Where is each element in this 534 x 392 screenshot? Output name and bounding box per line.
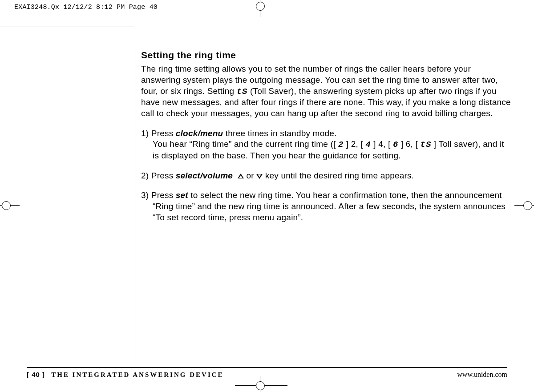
step-1: 1) Press clock/menu three times in stand…	[141, 128, 512, 162]
key-clock-menu: clock/menu	[176, 129, 223, 138]
print-header-slug: EXAI3248.Qx 12/12/2 8:12 PM Page 40	[14, 4, 158, 11]
content-left-rule	[135, 47, 135, 367]
section-title: Setting the ring time	[141, 49, 512, 61]
registration-mark-right	[522, 200, 533, 211]
key-select-volume: select/volume	[176, 171, 233, 180]
digit-6-glyph: 6	[393, 140, 398, 150]
registration-mark-top	[255, 1, 266, 12]
volume-up-icon	[238, 174, 244, 179]
key-set: set	[176, 190, 188, 200]
crop-line	[0, 27, 134, 27]
toll-saver-glyph: tS	[237, 87, 248, 97]
ts-glyph: tS	[421, 140, 432, 150]
intro-paragraph: The ring time setting allows you to set …	[141, 64, 512, 119]
digit-4-glyph: 4	[365, 140, 371, 150]
footer-section-title: THE INTEGRATED ANSWERING DEVICE	[51, 371, 223, 378]
digit-2-glyph: 2	[338, 140, 344, 150]
footer-url: www.uniden.com	[457, 371, 507, 379]
volume-down-icon	[256, 174, 263, 179]
page-number: [ 40 ]	[27, 371, 45, 378]
page-footer: [ 40 ] THE INTEGRATED ANSWERING DEVICE w…	[27, 367, 507, 383]
step-3: 3) Press set to select the new ring time…	[141, 190, 512, 223]
step-2: 2) Press select/volume or key until the …	[141, 170, 512, 182]
page-content: Setting the ring time The ring time sett…	[141, 49, 512, 232]
registration-mark-left	[1, 200, 12, 211]
